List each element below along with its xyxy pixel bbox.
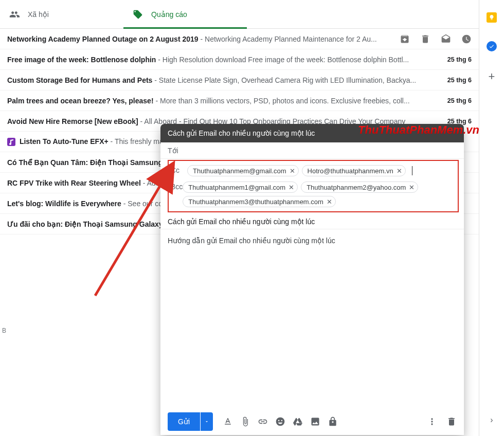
image-icon[interactable] bbox=[310, 416, 320, 427]
watermark-text: ThuThuatPhanMem.vn bbox=[358, 123, 479, 137]
delete-icon[interactable] bbox=[420, 34, 430, 44]
recipient-chip[interactable]: Hotro@thuthuatphanmem.vn✕ bbox=[302, 165, 406, 176]
remove-chip-icon[interactable]: ✕ bbox=[327, 198, 332, 206]
subject-field[interactable]: Cách gửi Email cho nhiều người cùng một … bbox=[160, 212, 464, 229]
email-row[interactable]: Palm trees and ocean breeze? Yes, please… bbox=[0, 90, 479, 111]
compose-toolbar: Gửi bbox=[160, 408, 464, 435]
discard-icon[interactable] bbox=[446, 416, 457, 427]
compose-window: Cách gửi Email cho nhiều người cùng một … bbox=[160, 124, 464, 435]
emoji-icon[interactable] bbox=[275, 416, 285, 427]
tag-icon bbox=[133, 9, 143, 20]
tab-social[interactable]: Xã hội bbox=[0, 0, 123, 29]
addons-button[interactable]: + bbox=[489, 70, 495, 83]
bcc-field[interactable]: Bcc Thuthuatphanmem1@gmail.com✕ Thuthuat… bbox=[171, 179, 456, 208]
category-tabs: Xã hội Quảng cáo bbox=[0, 0, 479, 29]
recipient-chip[interactable]: Thuthuatphanmem@gmail.com✕ bbox=[187, 165, 299, 176]
recipient-chip[interactable]: Thuthuatphanmem3@thuthuatphanmem.com✕ bbox=[183, 196, 336, 207]
confidential-icon[interactable] bbox=[328, 416, 338, 427]
storage-usage: B bbox=[2, 327, 6, 334]
snooze-icon[interactable] bbox=[461, 34, 472, 44]
format-icon[interactable] bbox=[223, 416, 233, 427]
send-button[interactable]: Gửi bbox=[168, 412, 200, 431]
tab-label: Quảng cáo bbox=[151, 10, 187, 19]
side-panel: + › bbox=[479, 0, 504, 436]
collapse-side-icon[interactable]: › bbox=[490, 415, 493, 425]
compose-body[interactable]: Hướng dẫn gửi Email cho nhiều người cùng… bbox=[160, 229, 464, 408]
remove-chip-icon[interactable]: ✕ bbox=[409, 184, 415, 191]
remove-chip-icon[interactable]: ✕ bbox=[290, 167, 295, 175]
drive-icon[interactable] bbox=[293, 416, 303, 427]
text-cursor bbox=[412, 166, 412, 175]
email-row[interactable]: Custom Storage Bed for Humans and Pets -… bbox=[0, 70, 479, 90]
attach-icon[interactable] bbox=[240, 416, 250, 427]
remove-chip-icon[interactable]: ✕ bbox=[397, 167, 402, 175]
send-options-button[interactable] bbox=[201, 412, 213, 431]
tasks-icon[interactable] bbox=[487, 41, 497, 51]
music-icon bbox=[7, 138, 15, 146]
email-row[interactable]: Networking Academy Planned Outage on 2 A… bbox=[0, 29, 479, 49]
hover-actions bbox=[400, 34, 472, 44]
mark-read-icon[interactable] bbox=[441, 34, 451, 44]
tab-label: Xã hội bbox=[28, 10, 49, 19]
tab-promotions[interactable]: Quảng cáo bbox=[123, 0, 247, 29]
cc-bcc-highlight: Cc Thuthuatphanmem@gmail.com✕ Hotro@thut… bbox=[168, 160, 459, 212]
more-options-icon[interactable] bbox=[427, 416, 437, 427]
cc-field[interactable]: Cc Thuthuatphanmem@gmail.com✕ Hotro@thut… bbox=[171, 163, 456, 179]
people-icon bbox=[9, 9, 20, 20]
recipient-chip[interactable]: Thuthuatphanmem2@yahoo.com✕ bbox=[301, 181, 418, 193]
to-field[interactable]: Tới bbox=[160, 142, 464, 159]
link-icon[interactable] bbox=[258, 416, 268, 427]
recipient-chip[interactable]: Thuthuatphanmem1@gmail.com✕ bbox=[183, 181, 298, 193]
email-row[interactable]: Free image of the week: Bottlenose dolph… bbox=[0, 49, 479, 70]
archive-icon[interactable] bbox=[400, 34, 410, 44]
remove-chip-icon[interactable]: ✕ bbox=[289, 184, 294, 191]
keep-icon[interactable] bbox=[487, 12, 497, 23]
